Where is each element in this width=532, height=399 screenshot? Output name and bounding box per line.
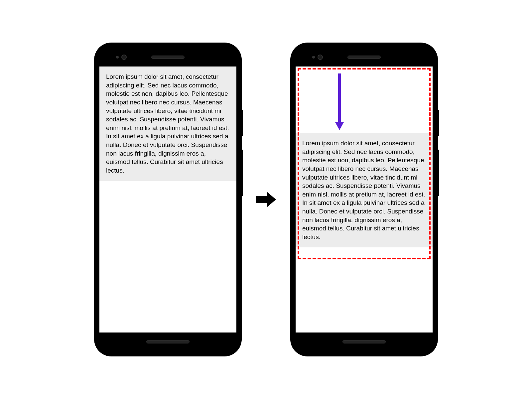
phone-frame: Lorem ipsum dolor sit amet, consectetur … (296, 48, 433, 351)
status-bar (296, 48, 433, 66)
transition-arrow-icon (254, 188, 278, 211)
phone-before: Lorem ipsum dolor sit amet, consectetur … (95, 43, 241, 356)
nav-pill-icon (342, 340, 386, 343)
phone-frame: Lorem ipsum dolor sit amet, consectetur … (99, 48, 236, 351)
nav-pill-icon (146, 340, 190, 343)
camera-icon (318, 55, 323, 60)
scroll-down-arrow-icon (333, 72, 346, 133)
screen-area: Lorem ipsum dolor sit amet, consectetur … (296, 66, 433, 332)
screen-area: Lorem ipsum dolor sit amet, consectetur … (99, 66, 236, 332)
speaker-icon (151, 56, 185, 59)
navigation-bar (296, 332, 433, 351)
power-button (437, 110, 439, 136)
status-bar (99, 48, 236, 66)
sensor-icon (312, 56, 315, 59)
phone-after: Lorem ipsum dolor sit amet, consectetur … (291, 43, 437, 356)
volume-button (241, 150, 243, 196)
content-text-block: Lorem ipsum dolor sit amet, consectetur … (99, 66, 236, 181)
sensor-icon (116, 56, 119, 59)
volume-button (437, 150, 439, 196)
speaker-icon (347, 56, 381, 59)
camera-cluster (312, 55, 323, 60)
camera-icon (121, 55, 127, 60)
camera-cluster (116, 55, 127, 60)
content-text-block: Lorem ipsum dolor sit amet, consectetur … (296, 133, 433, 247)
power-button (241, 110, 243, 136)
navigation-bar (99, 332, 236, 351)
